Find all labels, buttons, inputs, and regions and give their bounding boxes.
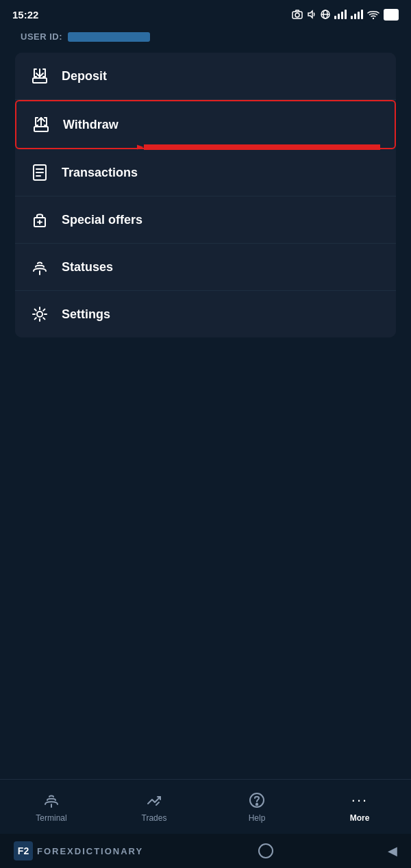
- deposit-label: Deposit: [62, 69, 107, 84]
- volume-icon: [307, 10, 316, 19]
- svg-rect-6: [33, 78, 47, 83]
- user-id-label: USER ID:: [21, 31, 62, 42]
- more-icon: ···: [350, 791, 369, 810]
- logo-text: FOREXDICTIONARY: [37, 846, 143, 856]
- menu-item-statuses[interactable]: Statuses: [15, 244, 396, 291]
- menu-item-transactions[interactable]: Transactions: [15, 149, 396, 196]
- more-label: More: [350, 813, 370, 823]
- status-icons: 75: [292, 9, 399, 21]
- help-icon: [247, 791, 266, 810]
- terminal-icon: [42, 791, 61, 810]
- signal-bars-2: [351, 10, 363, 19]
- user-id-value: [68, 32, 150, 42]
- status-time: 15:22: [12, 9, 38, 21]
- svg-point-1: [295, 13, 299, 17]
- statuses-label: Statuses: [62, 260, 113, 275]
- svg-point-5: [372, 18, 373, 19]
- camera-icon: [292, 10, 303, 19]
- menu-item-deposit[interactable]: Deposit: [15, 53, 396, 100]
- menu-container: Deposit Withdraw Transactions: [15, 53, 396, 337]
- terminal-label: Terminal: [36, 813, 66, 823]
- svg-rect-7: [34, 127, 48, 131]
- nav-more[interactable]: ··· More: [308, 791, 411, 823]
- svg-point-16: [37, 311, 42, 317]
- trades-icon: [145, 791, 164, 810]
- nav-help[interactable]: Help: [206, 791, 308, 823]
- transactions-label: Transactions: [62, 166, 138, 180]
- deposit-icon: [29, 65, 51, 87]
- back-button[interactable]: ◀: [388, 843, 397, 858]
- withdraw-icon: [30, 114, 52, 136]
- withdraw-label: Withdraw: [63, 118, 119, 132]
- user-id-bar: USER ID:: [0, 26, 411, 49]
- nav-terminal[interactable]: Terminal: [0, 791, 103, 823]
- statuses-icon: [29, 256, 51, 278]
- home-button-circle[interactable]: [258, 843, 273, 858]
- status-bar: 15:22: [0, 0, 411, 26]
- battery-indicator: 75: [384, 9, 399, 21]
- logo-icon: F2: [14, 841, 33, 860]
- bottom-navigation: Terminal Trades Help ··· More: [0, 779, 411, 834]
- nav-trades[interactable]: Trades: [103, 791, 206, 823]
- trades-label: Trades: [142, 813, 167, 823]
- settings-label: Settings: [62, 307, 110, 322]
- footer-bar: F2 FOREXDICTIONARY ◀: [0, 834, 411, 868]
- menu-item-special-offers[interactable]: Special offers: [15, 196, 396, 244]
- signal-bars-1: [334, 10, 347, 19]
- menu-item-settings[interactable]: Settings: [15, 291, 396, 337]
- special-offers-label: Special offers: [62, 213, 142, 227]
- menu-item-withdraw[interactable]: Withdraw: [15, 100, 396, 149]
- settings-icon: [29, 303, 51, 325]
- special-offers-icon: [29, 209, 51, 231]
- svg-point-21: [256, 804, 258, 805]
- transactions-icon: [29, 162, 51, 183]
- wifi-icon: [367, 10, 379, 19]
- globe-icon: [321, 10, 330, 19]
- footer-logo: F2 FOREXDICTIONARY: [14, 841, 143, 860]
- help-label: Help: [249, 813, 266, 823]
